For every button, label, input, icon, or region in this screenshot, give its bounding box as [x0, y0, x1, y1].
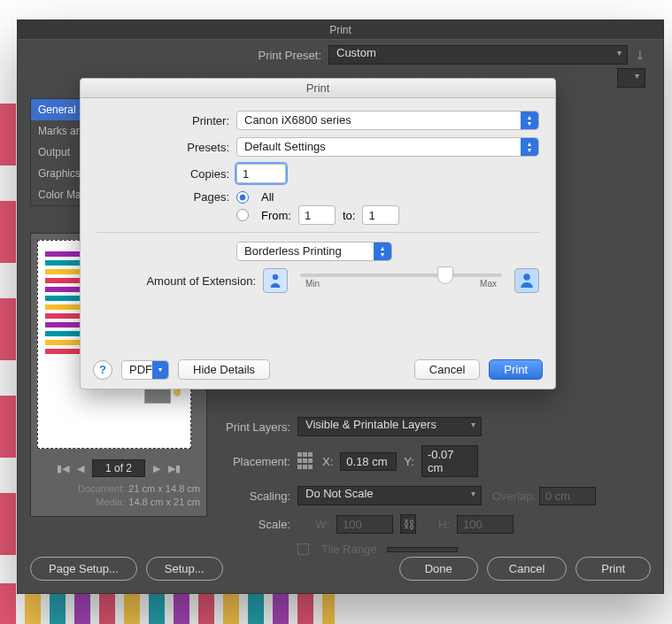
extension-max-button[interactable]: [514, 268, 539, 293]
print-button-outer[interactable]: Print: [575, 557, 651, 581]
secondary-select[interactable]: [617, 68, 645, 88]
chevron-down-icon: ▼: [152, 361, 168, 379]
pages-from-input[interactable]: [298, 205, 336, 225]
extension-slider[interactable]: [300, 273, 502, 277]
presets-label: Presets:: [97, 141, 229, 154]
print-preset-label: Print Preset:: [258, 49, 321, 62]
pager-display: 1 of 2: [92, 459, 145, 477]
tile-range-label: Tile Range:: [321, 543, 380, 556]
page-setup-button[interactable]: Page Setup...: [30, 557, 137, 581]
scaling-select[interactable]: Do Not Scale: [297, 486, 482, 505]
pages-all-label: All: [261, 190, 274, 204]
scale-h-input: 100: [457, 515, 514, 534]
cancel-button[interactable]: Cancel: [414, 359, 480, 380]
done-button[interactable]: Done: [399, 557, 478, 581]
placement-grid[interactable]: [297, 452, 315, 470]
doc-size: 21 cm x 14.8 cm: [128, 483, 200, 494]
media-size: 14.8 cm x 21 cm: [128, 497, 200, 507]
svg-point-1: [523, 273, 529, 280]
print-mode-select[interactable]: Borderless Printing▲▼: [236, 242, 392, 261]
extension-label: Amount of Extension:: [97, 274, 256, 288]
pager-next-icon[interactable]: ▶: [151, 463, 163, 474]
copies-label: Copies:: [97, 167, 229, 181]
save-preset-icon[interactable]: ⤓: [635, 48, 645, 62]
scaling-label: Scaling:: [218, 489, 290, 503]
placement-x-input[interactable]: 0.18 cm: [340, 452, 397, 471]
pager-prev-icon[interactable]: ◀: [74, 463, 87, 474]
chevron-updown-icon: ▲▼: [521, 112, 538, 129]
cancel-button-outer[interactable]: Cancel: [487, 557, 567, 581]
extension-min-button[interactable]: [263, 268, 288, 293]
chevron-updown-icon: ▲▼: [374, 243, 391, 260]
slider-thumb[interactable]: [437, 266, 453, 284]
help-button[interactable]: ?: [93, 360, 112, 380]
pager-first-icon[interactable]: ▮◀: [57, 463, 69, 474]
pages-all-radio[interactable]: [236, 191, 249, 204]
overlap-input: 0 cm: [539, 487, 596, 505]
pages-from-label: From:: [261, 209, 291, 222]
printer-label: Printer:: [97, 114, 229, 127]
hide-details-button[interactable]: Hide Details: [178, 359, 270, 380]
printer-select[interactable]: Canon iX6800 series▲▼: [236, 111, 539, 130]
tile-range-input: [387, 547, 458, 552]
tile-range-checkbox: [297, 543, 309, 555]
pages-from-radio[interactable]: [236, 209, 249, 221]
window-title: Print: [18, 20, 663, 40]
pdf-menu[interactable]: PDF▼: [121, 360, 169, 380]
presets-select[interactable]: Default Settings▲▼: [236, 137, 539, 157]
pages-to-label: to:: [343, 209, 355, 222]
pages-to-input[interactable]: [362, 205, 399, 225]
setup-button[interactable]: Setup...: [146, 557, 223, 581]
print-preset-select[interactable]: Custom: [328, 45, 628, 65]
pages-label: Pages:: [97, 190, 229, 204]
svg-point-0: [273, 274, 278, 280]
pager-last-icon[interactable]: ▶▮: [168, 463, 181, 474]
copies-input[interactable]: [236, 164, 286, 183]
print-button[interactable]: Print: [489, 359, 543, 380]
scale-w-input: 100: [336, 515, 393, 534]
chevron-updown-icon: ▲▼: [521, 138, 538, 156]
scale-label: Scale:: [218, 518, 290, 531]
print-layers-select[interactable]: Visible & Printable Layers: [297, 417, 482, 436]
placement-y-input[interactable]: -0.07 cm: [421, 445, 478, 477]
sheet-title: Print: [81, 79, 555, 98]
print-layers-label: Print Layers:: [218, 420, 290, 434]
placement-label: Placement:: [218, 455, 290, 468]
system-print-sheet: Print Printer: Canon iX6800 series▲▼ Pre…: [80, 78, 556, 389]
link-icon: ⛓: [400, 514, 416, 534]
